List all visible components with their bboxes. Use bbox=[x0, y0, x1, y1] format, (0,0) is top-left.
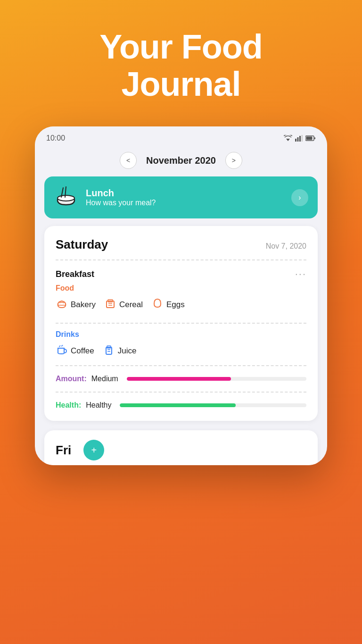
lunch-banner[interactable]: Lunch How was your meal? › bbox=[44, 176, 318, 218]
health-row: Health: Healthy bbox=[56, 399, 306, 411]
bakery-icon bbox=[56, 297, 68, 312]
divider-amount-health bbox=[56, 392, 306, 393]
drinks-items-row: Coffee Juice bbox=[56, 343, 306, 359]
hero-title: Your Food Journal bbox=[99, 28, 263, 103]
food-category-label: Food bbox=[56, 284, 306, 293]
svg-marker-0 bbox=[286, 139, 290, 141]
lunch-title: Lunch bbox=[86, 188, 284, 199]
divider-top bbox=[56, 259, 306, 260]
svg-rect-7 bbox=[314, 137, 315, 139]
next-month-button[interactable]: > bbox=[225, 152, 242, 169]
status-time: 10:00 bbox=[46, 134, 65, 142]
meal-title: Breakfast bbox=[56, 269, 94, 279]
eggs-label: Eggs bbox=[166, 300, 185, 309]
health-label: Health: bbox=[56, 401, 81, 410]
drinks-section: Drinks Coffee bbox=[56, 330, 306, 359]
signal-icon bbox=[295, 135, 303, 142]
coffee-icon bbox=[56, 343, 68, 359]
phone-frame: 10:00 < bbox=[35, 126, 327, 465]
prev-month-button[interactable]: < bbox=[120, 152, 137, 169]
amount-progress-bar bbox=[127, 377, 306, 381]
cereal-label: Cereal bbox=[119, 300, 143, 309]
amount-value: Medium bbox=[91, 375, 118, 383]
month-label: November 2020 bbox=[146, 155, 216, 166]
lunch-text: Lunch How was your meal? bbox=[86, 188, 284, 207]
svg-point-9 bbox=[58, 195, 74, 201]
meal-header: Breakfast ··· bbox=[56, 269, 306, 279]
divider-food-drinks bbox=[56, 323, 306, 324]
juice-label: Juice bbox=[118, 346, 137, 356]
list-item: Eggs bbox=[151, 297, 185, 312]
health-value: Healthy bbox=[86, 401, 111, 410]
juice-icon bbox=[103, 343, 115, 359]
day-card: Saturday Nov 7, 2020 Breakfast ··· Food bbox=[44, 226, 318, 421]
more-button[interactable]: ··· bbox=[295, 269, 306, 279]
coffee-label: Coffee bbox=[71, 346, 94, 356]
list-item: Cereal bbox=[104, 297, 143, 312]
peek-day-name: Fri bbox=[56, 443, 71, 458]
svg-rect-4 bbox=[302, 135, 303, 142]
cereal-icon bbox=[104, 297, 116, 312]
food-items-row: Bakery Cereal bbox=[56, 297, 306, 312]
lunch-subtitle: How was your meal? bbox=[86, 199, 284, 207]
status-icons bbox=[284, 135, 316, 142]
divider-drinks-amount bbox=[56, 365, 306, 366]
status-bar: 10:00 bbox=[35, 126, 327, 146]
battery-icon bbox=[305, 135, 316, 141]
bowl-icon bbox=[54, 185, 78, 210]
svg-rect-1 bbox=[295, 139, 296, 142]
day-name: Saturday bbox=[56, 237, 108, 252]
month-nav: < November 2020 > bbox=[35, 146, 327, 176]
health-progress-bar bbox=[120, 403, 306, 407]
day-date: Nov 7, 2020 bbox=[266, 242, 306, 251]
peek-add-button[interactable]: + bbox=[83, 440, 104, 460]
amount-row: Amount: Medium bbox=[56, 373, 306, 385]
list-item: Bakery bbox=[56, 297, 96, 312]
svg-rect-2 bbox=[297, 137, 299, 142]
svg-rect-3 bbox=[299, 136, 301, 142]
eggs-icon bbox=[151, 297, 164, 312]
list-item: Coffee bbox=[56, 343, 94, 359]
drinks-category-label: Drinks bbox=[56, 330, 306, 339]
amount-label: Amount: bbox=[56, 375, 87, 383]
lunch-arrow-button[interactable]: › bbox=[291, 189, 308, 206]
svg-rect-6 bbox=[306, 137, 313, 140]
health-progress-fill bbox=[120, 403, 235, 407]
bottom-card-peek: Fri + bbox=[44, 430, 318, 465]
amount-progress-fill bbox=[127, 377, 231, 381]
wifi-icon bbox=[284, 135, 292, 142]
day-header: Saturday Nov 7, 2020 bbox=[56, 237, 306, 252]
bakery-label: Bakery bbox=[71, 300, 96, 309]
breakfast-section: Breakfast ··· Food Bakery bbox=[56, 267, 306, 316]
list-item: Juice bbox=[103, 343, 137, 359]
